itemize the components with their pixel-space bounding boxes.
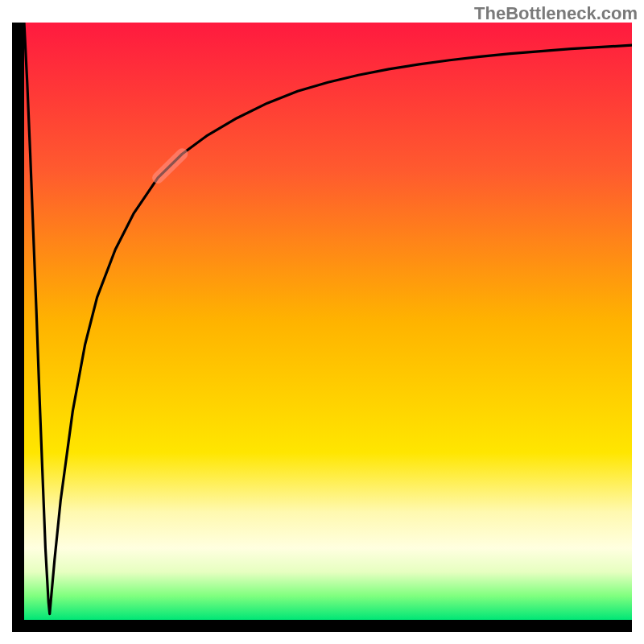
curve-layer bbox=[24, 23, 632, 620]
plot-area bbox=[24, 23, 632, 620]
bottleneck-curve bbox=[24, 23, 632, 614]
highlight-segment bbox=[158, 154, 182, 178]
plot-frame bbox=[12, 23, 632, 632]
watermark-text: TheBottleneck.com bbox=[474, 3, 638, 24]
